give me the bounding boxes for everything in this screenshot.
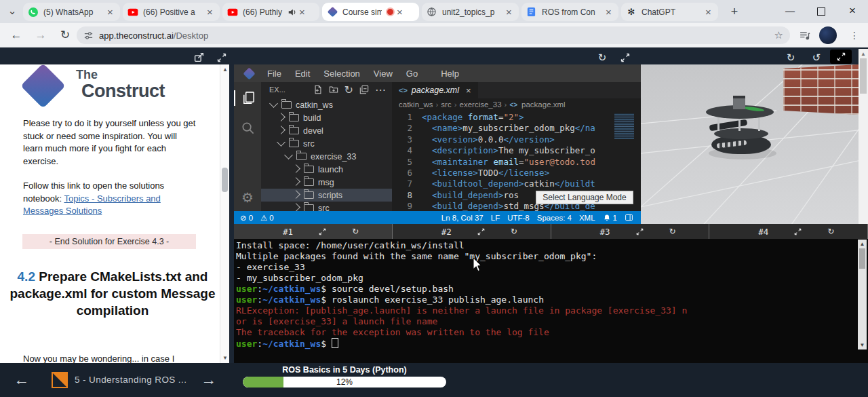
settings-gear-icon[interactable]: ⚙ <box>234 189 261 206</box>
terminal-scrollbar[interactable]: ▲ ▼ <box>858 240 867 349</box>
scroll-up-icon[interactable]: ▲ <box>858 241 867 247</box>
explorer-files-icon[interactable] <box>234 90 261 106</box>
terminal-restart-icon[interactable]: ↻ <box>352 227 359 236</box>
new-folder-icon[interactable] <box>329 85 338 94</box>
editor-layout-icon[interactable] <box>625 213 633 222</box>
tree-item-devel[interactable]: devel <box>261 124 392 137</box>
window-maximize-button[interactable] <box>806 0 837 23</box>
gazebo-reload-icon[interactable]: ↺ <box>808 50 825 64</box>
new-tab-button[interactable]: + <box>727 5 742 20</box>
tree-item-scripts[interactable]: scripts <box>261 189 392 202</box>
ide-expand-icon[interactable] <box>617 50 633 64</box>
previous-lesson-button[interactable]: ← <box>14 371 29 388</box>
problems-warnings[interactable]: ⚠0 <box>260 213 274 223</box>
tab-close-icon[interactable]: × <box>703 7 713 17</box>
gazebo-restart-icon[interactable]: ↻ <box>783 50 799 64</box>
browser-menu-icon[interactable]: ⋮ <box>848 28 861 43</box>
browser-tab-chatgpt[interactable]: ✻ ChatGPT × <box>621 3 718 21</box>
minimap[interactable] <box>614 113 634 139</box>
menu-view[interactable]: View <box>367 69 399 79</box>
menu-edit[interactable]: Edit <box>288 69 317 79</box>
breadcrumb-item[interactable]: package.xml <box>521 100 566 109</box>
language-mode-indicator[interactable]: XML <box>579 214 595 222</box>
notebook-icon[interactable] <box>52 372 68 388</box>
scrollbar-thumb[interactable] <box>860 58 867 94</box>
address-bar[interactable]: app.theconstruct.ai/Desktop ☆ <box>77 26 790 44</box>
browser-tab-youtube-1[interactable]: (66) Positive a × <box>123 3 220 21</box>
terminal-restart-icon[interactable]: ↻ <box>827 227 834 236</box>
refresh-icon[interactable]: ↻ <box>344 83 353 96</box>
bookmark-star-icon[interactable]: ☆ <box>774 29 783 41</box>
tree-item-exercise_33[interactable]: exercise_33 <box>261 150 392 163</box>
encoding-indicator[interactable]: UTF-8 <box>507 214 530 222</box>
terminal-restart-icon[interactable]: ↻ <box>669 227 676 236</box>
terminal-panel[interactable]: #1↻#2↻#3↻#4↻ Install space: /home/user/c… <box>234 224 868 363</box>
tab-audio-icon[interactable] <box>288 7 297 17</box>
forward-button[interactable]: → <box>33 27 49 43</box>
new-file-icon[interactable] <box>313 85 323 94</box>
breadcrumb-item[interactable]: src <box>441 100 451 109</box>
browser-tab-unit2[interactable]: unit2_topics_p × <box>422 3 519 21</box>
menu-selection[interactable]: Selection <box>317 69 366 79</box>
browser-tab-course[interactable]: Course sim × <box>322 3 419 21</box>
editor-tab-package-xml[interactable]: <> package.xml × <box>392 82 478 98</box>
tree-item-launch[interactable]: launch <box>261 163 392 176</box>
browser-tab-youtube-2[interactable]: (66) Puthiy × <box>222 3 319 21</box>
terminal-tab-1[interactable]: #1↻ <box>234 224 393 239</box>
notebook-scrollbar[interactable]: ▲ ▼ <box>220 64 229 363</box>
reload-button[interactable]: ↻ <box>57 27 73 43</box>
terminal-expand-icon[interactable] <box>477 228 485 235</box>
scroll-down-icon[interactable]: ▼ <box>858 342 867 348</box>
tree-item-catkin_ws[interactable]: catkin_ws <box>261 98 392 111</box>
scrollbar-thumb[interactable] <box>859 248 865 269</box>
terminal-expand-icon[interactable] <box>794 228 802 235</box>
breadcrumb-item[interactable]: catkin_ws <box>399 100 433 109</box>
more-actions-icon[interactable]: ⋯ <box>375 83 386 96</box>
terminal-output[interactable]: Install space: /home/user/catkin_ws/inst… <box>236 240 850 349</box>
problems-errors[interactable]: ⊘0 <box>240 213 253 223</box>
ide-restart-icon[interactable]: ↻ <box>594 50 610 64</box>
browser-tab-whatsapp[interactable]: (5) WhatsApp × <box>23 3 120 21</box>
cursor-position[interactable]: Ln 8, Col 37 <box>441 214 484 222</box>
indent-indicator[interactable]: Spaces: 4 <box>537 214 572 222</box>
menu-go[interactable]: Go <box>399 69 425 79</box>
terminal-tab-2[interactable]: #2↻ <box>393 224 551 239</box>
terminal-restart-icon[interactable]: ↻ <box>511 227 517 236</box>
notebook-popout-icon[interactable] <box>191 50 207 64</box>
scroll-up-icon[interactable]: ▲ <box>220 67 230 73</box>
tree-item-build[interactable]: build <box>261 111 392 124</box>
browser-tab-docs[interactable]: ROS from Con × <box>521 3 618 21</box>
tab-close-icon[interactable]: × <box>105 7 115 17</box>
window-minimize-button[interactable]: — <box>774 0 806 23</box>
scrollbar-thumb[interactable] <box>222 168 228 192</box>
tab-close-icon[interactable]: × <box>504 7 514 17</box>
gazebo-fullscreen-button[interactable] <box>830 50 852 64</box>
breadcrumb-item[interactable]: exercise_33 <box>460 100 502 109</box>
eol-indicator[interactable]: LF <box>491 214 500 222</box>
tab-close-icon[interactable]: × <box>297 7 307 17</box>
next-lesson-button[interactable]: → <box>201 371 216 388</box>
notifications-bell[interactable]: 1 <box>603 214 617 222</box>
gazebo-simulation-panel[interactable] <box>641 64 859 224</box>
terminal-tab-3[interactable]: #3↻ <box>551 224 710 239</box>
lesson-title[interactable]: 5 - Understanding ROS ... <box>75 375 186 385</box>
scroll-down-icon[interactable]: ▼ <box>220 355 230 361</box>
tab-close-icon[interactable]: × <box>205 7 215 17</box>
editor-tab-close-icon[interactable]: × <box>466 86 471 96</box>
search-icon[interactable] <box>234 120 261 136</box>
gazebo-scrollbar[interactable]: ▲ <box>859 49 868 224</box>
tree-item-msg[interactable]: msg <box>261 176 392 189</box>
site-info-icon[interactable] <box>83 31 94 41</box>
menu-file[interactable]: File <box>260 69 288 79</box>
notebook-expand-icon[interactable] <box>214 50 230 64</box>
tab-close-icon[interactable]: × <box>604 7 614 17</box>
menu-help[interactable]: Help <box>434 69 466 79</box>
terminal-expand-icon[interactable] <box>319 228 326 235</box>
profile-avatar[interactable] <box>819 26 837 44</box>
tree-item-src[interactable]: src <box>261 137 392 150</box>
tab-close-icon[interactable]: × <box>395 7 405 17</box>
window-close-button[interactable]: × <box>837 0 868 23</box>
scroll-up-icon[interactable]: ▲ <box>859 51 868 57</box>
terminal-tab-4[interactable]: #4↻ <box>709 224 868 239</box>
media-controls-icon[interactable] <box>799 30 810 41</box>
